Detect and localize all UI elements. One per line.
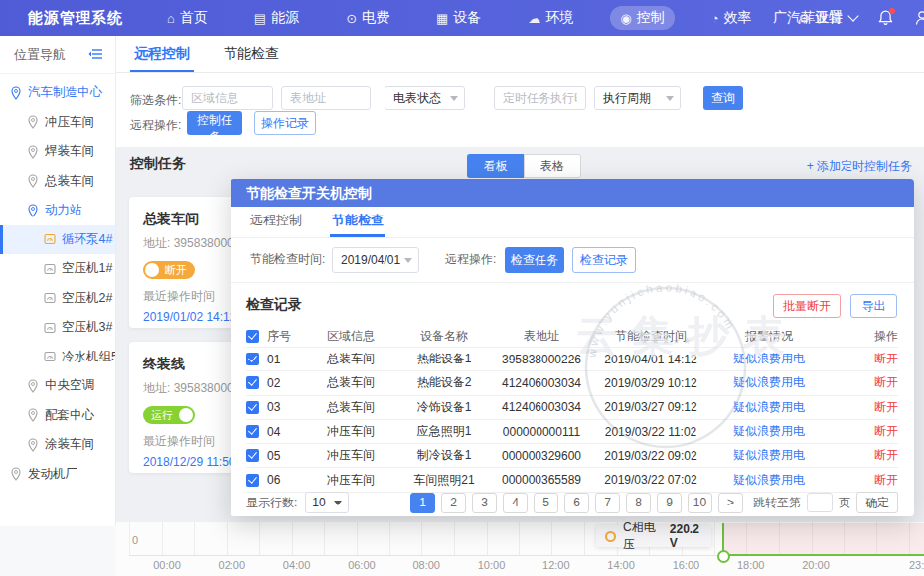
company-selector[interactable]: 广汽菲亚特 xyxy=(773,9,857,27)
power-toggle-on[interactable]: 运行 xyxy=(143,406,195,424)
x-tick-label: 18:00 xyxy=(737,559,765,571)
disconnect-link[interactable]: 断开 xyxy=(874,473,898,487)
search-button[interactable]: 查询 xyxy=(703,86,743,110)
region-input[interactable] xyxy=(182,86,273,110)
meter-status-select[interactable]: 电表状态 xyxy=(385,86,465,110)
disconnect-link[interactable]: 断开 xyxy=(874,448,898,462)
rows-per-page-select[interactable]: 10 xyxy=(305,492,349,513)
alarm-link[interactable]: 疑似浪费用电 xyxy=(733,424,805,438)
nav-item-label: 设备 xyxy=(453,9,481,27)
tab-energy-check[interactable]: 节能检查 xyxy=(220,45,283,72)
disconnect-link[interactable]: 断开 xyxy=(874,375,898,389)
x-tick-label: 23:0 xyxy=(909,559,924,571)
sidebar-item-冷水机组5#[interactable]: 冷水机组5# xyxy=(0,343,115,372)
sidebar-item-空压机1#[interactable]: 空压机1# xyxy=(0,254,115,284)
location-pin-icon xyxy=(27,438,39,452)
alarm-link[interactable]: 疑似浪费用电 xyxy=(733,448,805,462)
check-date-select[interactable]: 2019/04/01 xyxy=(332,247,419,273)
nav-item-环境[interactable]: ☁环境 xyxy=(518,6,583,30)
nav-item-效率[interactable]: ◔效率 xyxy=(701,6,762,30)
control-icon: ◉ xyxy=(620,11,631,26)
collapse-sidebar-icon[interactable] xyxy=(88,48,103,63)
page-button-3[interactable]: 3 xyxy=(472,493,497,513)
sidebar-item-冲压车间[interactable]: 冲压车间 xyxy=(0,108,115,138)
notification-bell-icon[interactable] xyxy=(877,9,894,27)
confirm-button[interactable]: 确定 xyxy=(856,492,898,513)
sidebar-item-汽车制造中心[interactable]: 汽车制造中心 xyxy=(0,78,115,108)
dialog-tab-remote-control[interactable]: 远程控制 xyxy=(248,212,304,237)
sidebar-item-动力站[interactable]: 动力站 xyxy=(0,196,115,225)
alarm-link[interactable]: 疑似浪费用电 xyxy=(733,375,805,389)
chevron-down-icon xyxy=(450,96,458,101)
view-table-button[interactable]: 表格 xyxy=(524,154,581,178)
page-button-4[interactable]: 4 xyxy=(503,493,528,513)
row-cell: 冲压车间 xyxy=(304,472,397,489)
page-button-6[interactable]: 6 xyxy=(564,493,589,513)
disconnect-link[interactable]: 断开 xyxy=(874,352,898,365)
sidebar-footer-area xyxy=(0,526,115,576)
next-page-button[interactable]: > xyxy=(718,493,743,513)
nav-item-首页[interactable]: ⌂首页 xyxy=(157,6,218,30)
energy-icon: ▤ xyxy=(254,11,266,26)
dialog-tab-energy-check[interactable]: 节能检查 xyxy=(330,212,385,237)
power-toggle-off[interactable]: 断开 xyxy=(143,261,195,279)
alarm-link[interactable]: 疑似浪费用电 xyxy=(733,352,805,365)
page-button-9[interactable]: 9 xyxy=(657,493,682,513)
header-cell: 序号 xyxy=(246,328,304,345)
view-board-button[interactable]: 看板 xyxy=(467,154,524,178)
environment-icon: ☁ xyxy=(528,11,540,26)
toggle-knob xyxy=(179,408,193,422)
batch-disconnect-button[interactable]: 批量断开 xyxy=(773,294,841,318)
nav-item-能源[interactable]: ▤能源 xyxy=(244,6,309,30)
operation-log-button[interactable]: 操作记录 xyxy=(254,111,316,135)
sidebar-item-空压机3#[interactable]: 空压机3# xyxy=(0,313,115,343)
alarm-link[interactable]: 疑似浪费用电 xyxy=(733,400,805,414)
sidebar-item-配套中心[interactable]: 配套中心 xyxy=(0,401,115,431)
row-checkbox[interactable] xyxy=(246,353,259,365)
sidebar-item-焊装车间[interactable]: 焊装车间 xyxy=(0,137,115,167)
disconnect-link[interactable]: 断开 xyxy=(874,400,898,414)
sidebar-item-空压机2#[interactable]: 空压机2# xyxy=(0,284,115,314)
nav-item-控制[interactable]: ◉控制 xyxy=(610,6,674,30)
location-pin-icon xyxy=(10,467,22,481)
page-button-5[interactable]: 5 xyxy=(534,493,558,513)
sidebar-item-涂装车间[interactable]: 涂装车间 xyxy=(0,430,115,460)
export-button[interactable]: 导出 xyxy=(850,294,897,318)
company-name: 广汽菲亚特 xyxy=(773,9,843,27)
location-pin-icon xyxy=(27,408,39,422)
tab-remote-control[interactable]: 远程控制 xyxy=(130,45,194,72)
nav-item-电费[interactable]: ⊙电费 xyxy=(336,6,399,30)
page-button-7[interactable]: 7 xyxy=(595,493,620,513)
sidebar-item-循环泵4#[interactable]: 循环泵4# xyxy=(0,225,115,255)
jump-page-input[interactable] xyxy=(807,493,833,512)
period-select[interactable]: 执行周期 xyxy=(594,86,681,110)
sidebar-item-中央空调[interactable]: 中央空调 xyxy=(0,371,115,401)
check-log-button[interactable]: 检查记录 xyxy=(572,247,636,273)
row-checkbox[interactable] xyxy=(246,401,259,414)
page-button-10[interactable]: 10 xyxy=(688,493,712,513)
task-time-input[interactable] xyxy=(494,86,586,110)
row-cell: 热能设备1 xyxy=(397,351,491,367)
page-button-1[interactable]: 1 xyxy=(410,493,435,513)
home-icon: ⌂ xyxy=(167,11,175,26)
add-timed-task-link[interactable]: + 添加定时控制任务 xyxy=(807,158,912,175)
x-tick-label: 04:00 xyxy=(283,559,311,571)
meter-address-input[interactable] xyxy=(281,86,371,110)
energy-check-dialog: 节能检查开关机控制 远程控制 节能检查 节能检查时间: 2019/04/01 远… xyxy=(231,179,914,516)
row-checkbox[interactable] xyxy=(246,376,259,389)
row-checkbox[interactable] xyxy=(246,425,259,438)
nav-item-设备[interactable]: ▦设备 xyxy=(426,6,491,30)
page-button-2[interactable]: 2 xyxy=(441,493,466,513)
control-task-button[interactable]: 控制任务 xyxy=(187,111,242,135)
page-button-8[interactable]: 8 xyxy=(626,493,651,513)
sidebar-item-总装车间[interactable]: 总装车间 xyxy=(0,167,115,197)
disconnect-link[interactable]: 断开 xyxy=(874,424,898,438)
row-checkbox[interactable] xyxy=(246,474,259,487)
sidebar-item-发动机厂[interactable]: 发动机厂 xyxy=(0,460,115,490)
select-all-checkbox[interactable] xyxy=(246,330,259,343)
alarm-link[interactable]: 疑似浪费用电 xyxy=(733,473,805,487)
row-no: 01 xyxy=(267,353,280,366)
check-task-button[interactable]: 检查任务 xyxy=(505,247,564,273)
row-checkbox[interactable] xyxy=(246,449,259,462)
user-icon[interactable] xyxy=(914,9,924,27)
